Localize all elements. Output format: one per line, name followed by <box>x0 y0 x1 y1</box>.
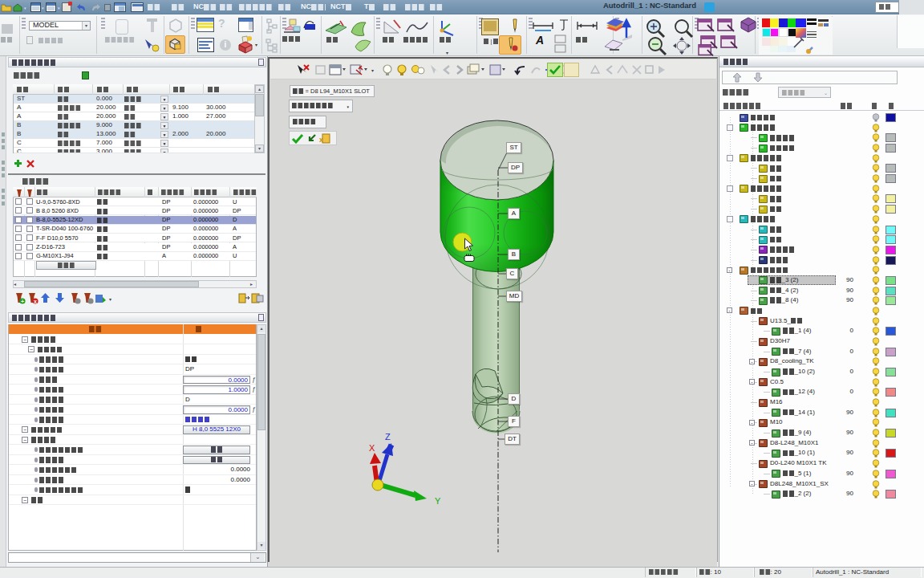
svg-text:X: X <box>369 443 375 453</box>
svg-text:x: x <box>34 299 37 304</box>
svg-text:Z: Z <box>385 432 391 442</box>
svg-text:+: + <box>21 299 24 304</box>
svg-text:Y: Y <box>435 496 441 506</box>
